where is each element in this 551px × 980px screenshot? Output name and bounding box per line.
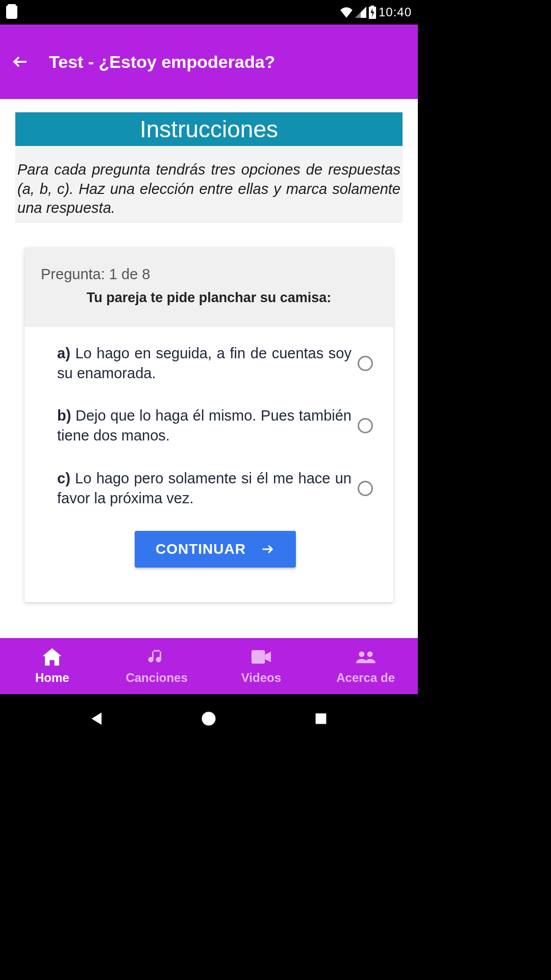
signal-icon xyxy=(355,7,366,18)
wifi-icon xyxy=(340,7,353,18)
option-a-body: Lo hago en seguida, a fin de cuentas soy… xyxy=(57,345,352,381)
nav-acerca-label: Acerca de xyxy=(336,671,395,685)
question-card: Pregunta: 1 de 8 Tu pareja te pide planc… xyxy=(24,248,393,602)
option-a-label: a) xyxy=(57,345,70,361)
svg-point-4 xyxy=(367,651,372,657)
instructions-text: Para cada pregunta tendrás tres opciones… xyxy=(15,146,403,223)
music-icon xyxy=(147,647,166,667)
svg-point-3 xyxy=(359,651,364,657)
video-icon xyxy=(252,647,271,667)
option-b-body: Dejo que lo haga él mismo. Pues también … xyxy=(57,407,352,444)
arrow-right-icon xyxy=(260,542,274,556)
question-options: a) Lo hago en seguida, a fin de cuentas … xyxy=(24,327,393,602)
nav-canciones[interactable]: Canciones xyxy=(105,638,209,694)
app-bar: Test - ¿Estoy empoderada? xyxy=(0,24,418,99)
status-time: 10:40 xyxy=(379,5,412,19)
square-recent-icon xyxy=(314,712,328,725)
page-title: Test - ¿Estoy empoderada? xyxy=(49,52,275,72)
bottom-nav: Home Canciones Videos Acerca de xyxy=(0,638,418,694)
option-b[interactable]: b) Dejo que lo haga él mismo. Pues tambi… xyxy=(57,406,373,446)
instructions-header: Instrucciones xyxy=(15,112,403,146)
option-b-label: b) xyxy=(57,407,71,424)
status-bar: 10:40 xyxy=(0,0,418,24)
option-a-text: a) Lo hago en seguida, a fin de cuentas … xyxy=(57,344,358,383)
battery-charging-icon xyxy=(368,6,377,19)
option-c[interactable]: c) Lo hago pero solamente si él me hace … xyxy=(57,469,373,508)
question-counter: Pregunta: 1 de 8 xyxy=(41,266,377,283)
option-b-radio[interactable] xyxy=(358,418,373,433)
option-c-radio[interactable] xyxy=(358,481,373,496)
sd-card-icon xyxy=(6,6,17,19)
sys-back-button[interactable] xyxy=(87,708,107,729)
option-a-radio[interactable] xyxy=(358,356,373,371)
system-nav xyxy=(0,694,418,743)
main-content: Instrucciones Para cada pregunta tendrás… xyxy=(0,99,418,638)
status-right: 10:40 xyxy=(340,5,412,19)
continue-label: CONTINUAR xyxy=(156,541,246,557)
option-c-text: c) Lo hago pero solamente si él me hace … xyxy=(57,469,358,508)
option-a[interactable]: a) Lo hago en seguida, a fin de cuentas … xyxy=(57,344,373,383)
status-left xyxy=(6,6,17,19)
nav-videos[interactable]: Videos xyxy=(209,638,314,694)
svg-rect-6 xyxy=(316,714,327,724)
nav-acerca[interactable]: Acerca de xyxy=(313,638,418,694)
svg-point-5 xyxy=(202,712,216,726)
svg-rect-1 xyxy=(370,6,374,8)
sys-home-button[interactable] xyxy=(198,708,219,729)
svg-rect-2 xyxy=(252,650,265,664)
option-c-body: Lo hago pero solamente si él me hace un … xyxy=(57,470,352,506)
continue-button[interactable]: CONTINUAR xyxy=(135,531,296,568)
back-button[interactable] xyxy=(10,52,31,72)
question-text: Tu pareja te pide planchar su camisa: xyxy=(41,290,377,306)
arrow-left-icon xyxy=(11,53,30,71)
option-b-text: b) Dejo que lo haga él mismo. Pues tambi… xyxy=(57,406,358,446)
nav-home-label: Home xyxy=(35,671,69,685)
people-icon xyxy=(356,647,375,667)
question-header: Pregunta: 1 de 8 Tu pareja te pide planc… xyxy=(24,248,393,327)
option-c-label: c) xyxy=(57,470,70,486)
nav-videos-label: Videos xyxy=(241,671,281,685)
nav-home[interactable]: Home xyxy=(0,638,105,694)
circle-home-icon xyxy=(201,711,216,726)
nav-canciones-label: Canciones xyxy=(126,671,187,685)
triangle-back-icon xyxy=(89,711,105,726)
sys-recent-button[interactable] xyxy=(311,708,331,729)
home-icon xyxy=(42,647,62,667)
